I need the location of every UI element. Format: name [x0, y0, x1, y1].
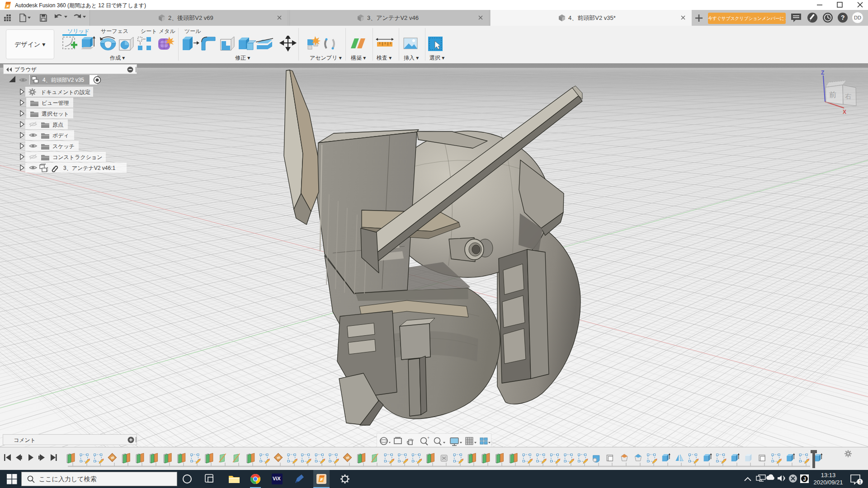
svg-text:X: X [843, 109, 846, 115]
svg-text:右: 右 [845, 93, 851, 100]
svg-text:DD: DD [854, 15, 861, 20]
svg-text:J: J [803, 476, 806, 482]
svg-text:1: 1 [859, 479, 862, 484]
svg-text:?: ? [841, 14, 845, 21]
svg-text:前: 前 [829, 91, 836, 99]
svg-text:Z: Z [821, 70, 824, 76]
svg-text:+: + [427, 436, 429, 440]
